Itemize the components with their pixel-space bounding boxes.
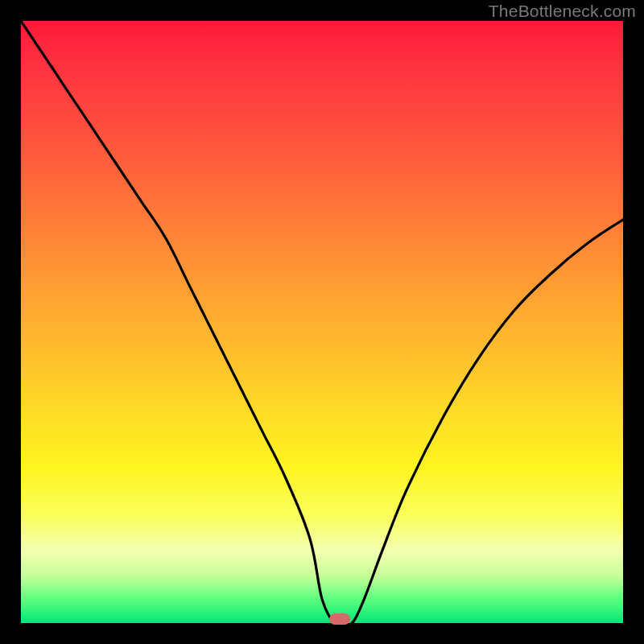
plot-area <box>21 21 623 623</box>
bottleneck-curve <box>21 21 623 623</box>
chart-frame: TheBottleneck.com <box>0 0 644 644</box>
minimum-marker <box>329 613 350 625</box>
attribution-text: TheBottleneck.com <box>489 2 636 21</box>
